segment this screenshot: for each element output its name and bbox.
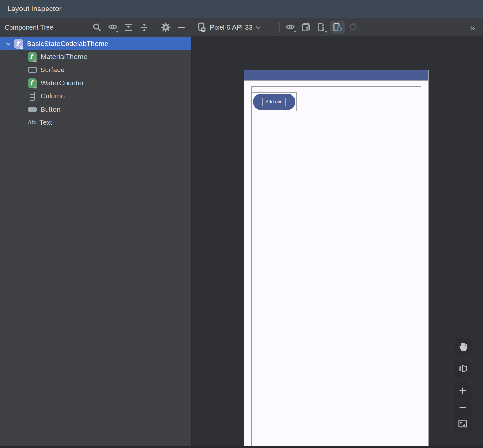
toolbar-separator [364, 22, 364, 33]
live-updates-icon [332, 22, 343, 32]
view-options-button[interactable] [283, 21, 298, 34]
button-bounds-overlay: Add one [252, 92, 297, 111]
tree-row-materialtheme[interactable]: f MaterialTheme [0, 50, 191, 63]
zoom-out-button[interactable] [454, 399, 472, 416]
tree-item-label: BasicStateCodelabTheme [27, 40, 108, 48]
expand-all-icon [124, 22, 133, 32]
collapse-all-icon [139, 22, 149, 32]
device-selector[interactable]: Pixel 6 API 33 [197, 21, 261, 34]
tree-row-column[interactable]: Column [0, 90, 191, 103]
column-bounds-overlay [251, 86, 421, 446]
hide-panel-button[interactable] [174, 21, 189, 34]
chevron-expanded-icon[interactable] [5, 42, 12, 46]
compose-function-icon: f [28, 78, 37, 88]
3d-mode-icon [458, 364, 468, 374]
device-selector-label: Pixel 6 API 33 [210, 23, 253, 31]
toolbar-overflow-button[interactable]: » [467, 23, 478, 32]
tool-window-titlebar[interactable]: Layout Inspector [0, 0, 483, 18]
surface-icon [28, 67, 37, 73]
device-screen: Add one [244, 70, 429, 446]
search-button[interactable] [90, 21, 104, 34]
refresh-button[interactable] [346, 21, 360, 34]
zoom-to-fit-icon [458, 419, 468, 429]
tree-row-text[interactable]: Ab Text [0, 116, 191, 129]
text-icon: Ab [28, 119, 37, 126]
device-content-surface: Add one [244, 81, 428, 446]
toolbar-separator [155, 22, 155, 33]
zoom-in-button[interactable] [454, 382, 472, 399]
chevron-down-icon [116, 31, 119, 33]
app-top-bar [244, 70, 428, 80]
settings-button[interactable] [159, 21, 173, 34]
zoom-in-icon [458, 386, 467, 395]
layout-inspector-window: Layout Inspector Component Tree [0, 0, 483, 448]
tree-row-button[interactable]: Button [0, 103, 191, 116]
tree-item-label: Column [41, 92, 65, 100]
tree-item-label: Button [40, 105, 61, 113]
tree-item-label: WaterCounter [41, 79, 84, 87]
hide-icon [177, 22, 186, 32]
pan-mode-button[interactable] [454, 338, 472, 355]
view-toolbar-actions [277, 21, 366, 34]
compose-function-icon: f [28, 52, 37, 62]
window-title: Layout Inspector [0, 5, 62, 13]
compose-function-icon: f [14, 39, 23, 49]
refresh-icon [348, 22, 358, 32]
tree-item-label: MaterialTheme [41, 53, 87, 61]
main-toolbar: Component Tree [0, 18, 483, 36]
capture-screenshot-icon [301, 22, 311, 32]
toggle-live-updates-button[interactable] [330, 21, 345, 34]
component-tree-label: Component Tree [5, 18, 53, 36]
settings-gear-icon [161, 22, 171, 32]
tree-toolbar-actions [90, 21, 189, 34]
zoom-out-icon [458, 403, 467, 412]
chevron-down-icon [325, 31, 328, 33]
capture-screenshot-button[interactable] [299, 21, 313, 34]
tree-row-basicstatecodelabtheme[interactable]: f BasicStateCodelabTheme [0, 37, 191, 50]
add-one-button-label: Add one [266, 99, 283, 104]
visibility-options-button[interactable] [106, 21, 120, 34]
preview-canvas[interactable]: Add one [191, 36, 483, 446]
overflow-chevrons-icon: » [470, 23, 475, 32]
text-bounds-overlay: Add one [262, 98, 286, 106]
tree-item-label: Surface [40, 66, 65, 74]
column-icon [30, 92, 35, 101]
zoom-to-fit-button[interactable] [454, 416, 472, 433]
tree-item-label: Text [39, 118, 52, 126]
window-bottom-edge [0, 446, 483, 448]
pan-hand-icon [458, 341, 468, 351]
collapse-all-button[interactable] [137, 21, 151, 34]
chevron-down-icon [255, 26, 261, 29]
export-snapshot-button[interactable] [315, 21, 329, 34]
toolbar-separator [279, 22, 280, 33]
expand-all-button[interactable] [121, 21, 136, 34]
device-phone-icon [197, 22, 207, 32]
zoom-controls [454, 382, 472, 433]
tree-row-watercounter[interactable]: f WaterCounter [0, 76, 191, 90]
button-icon [28, 107, 37, 112]
3d-mode-button[interactable] [454, 360, 472, 377]
chevron-down-icon [293, 31, 297, 33]
search-icon [92, 22, 102, 32]
component-tree-panel: f BasicStateCodelabTheme f MaterialTheme [0, 36, 191, 446]
add-one-button[interactable]: Add one [253, 94, 295, 110]
tree-row-surface[interactable]: Surface [0, 63, 191, 76]
